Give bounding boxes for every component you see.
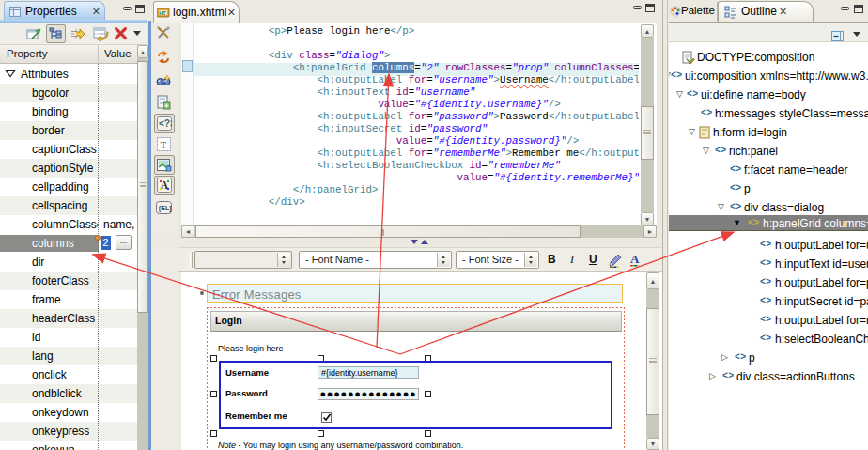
- svg-text:{EL}: {EL}: [159, 205, 173, 212]
- svg-text:<?>: <?>: [159, 118, 172, 129]
- svg-text:A: A: [630, 252, 640, 266]
- svg-text:HT: HT: [159, 10, 166, 16]
- svg-text:T: T: [161, 139, 167, 150]
- svg-text:A: A: [161, 178, 169, 192]
